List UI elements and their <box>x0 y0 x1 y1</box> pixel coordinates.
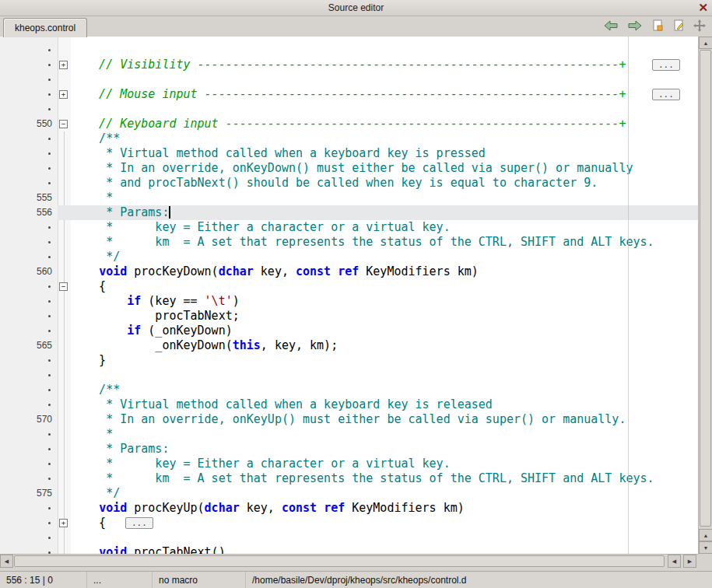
code-editor[interactable]: + // Visibility ------------------------… <box>0 37 698 554</box>
code-row[interactable] <box>0 43 698 58</box>
code-row[interactable]: * km = A set that represents the status … <box>0 235 698 250</box>
code-text: // Mouse input -------------------------… <box>71 87 698 102</box>
line-dot <box>0 294 58 309</box>
fold-cell <box>58 43 71 58</box>
scroll-left-icon[interactable]: ◀ <box>668 555 681 568</box>
code-row[interactable]: 556 * Params: <box>0 205 698 220</box>
fold-expand-icon[interactable]: + <box>59 61 68 69</box>
vertical-scrollbar[interactable]: ▲ ▲ ▼ <box>698 37 712 554</box>
code-row[interactable]: * In an override, onKeyDown() must eithe… <box>0 161 698 176</box>
code-row[interactable]: − { <box>0 279 698 294</box>
status-bar: 556 : 15 | 0 ... no macro /home/basile/D… <box>0 571 712 588</box>
fold-cell <box>58 486 71 501</box>
line-dot <box>0 102 58 117</box>
fold-collapse-icon[interactable]: − <box>59 120 68 128</box>
code-text: if (_onKeyDown) <box>71 324 698 338</box>
horizontal-scrollbar[interactable]: ◀ ◀ ▶ <box>0 554 698 568</box>
fold-cell <box>58 294 71 309</box>
tab-kheops-control[interactable]: kheops.control <box>3 18 87 37</box>
code-row[interactable]: void procKeyUp(dchar key, const ref KeyM… <box>0 501 698 516</box>
horizontal-scroll-thumb[interactable] <box>14 555 665 567</box>
code-row[interactable]: /** <box>0 131 698 146</box>
caret-position: 556 : 15 | 0 <box>0 572 87 588</box>
fold-cell <box>58 191 71 205</box>
code-row[interactable]: 560 void procKeyDown(dchar key, const re… <box>0 264 698 279</box>
code-row[interactable]: procTabNext; <box>0 309 698 324</box>
line-dot <box>0 353 58 368</box>
scroll-up-icon[interactable]: ▲ <box>699 529 712 541</box>
save-document-icon[interactable] <box>651 19 664 32</box>
code-row[interactable]: * Virtual method called when a keyboard … <box>0 397 698 412</box>
tab-bar: kheops.control <box>0 16 712 37</box>
scroll-right-icon[interactable]: ▶ <box>683 555 696 568</box>
code-text: * In an override, onKeyUp() must either … <box>71 412 698 427</box>
line-dot <box>0 220 58 235</box>
scrollbar-corner <box>698 554 712 568</box>
fold-cell <box>58 324 71 338</box>
code-row[interactable]: /** <box>0 383 698 397</box>
code-text: void procTabNext() <box>71 545 698 554</box>
scroll-left-icon[interactable]: ◀ <box>0 555 13 568</box>
code-row[interactable]: + {... <box>0 516 698 530</box>
code-text: * key = Either a character or a virtual … <box>71 220 698 235</box>
scroll-down-icon[interactable]: ▼ <box>699 541 712 554</box>
code-row[interactable]: * km = A set that represents the status … <box>0 471 698 486</box>
vertical-scroll-thumb[interactable] <box>700 50 711 527</box>
code-row[interactable]: */ <box>0 250 698 264</box>
code-row[interactable]: 550− // Keyboard input -----------------… <box>0 117 698 131</box>
line-dot <box>0 471 58 486</box>
code-row[interactable]: if (_onKeyDown) <box>0 324 698 338</box>
code-row[interactable] <box>0 72 698 87</box>
code-row[interactable] <box>0 368 698 383</box>
go-forward-icon[interactable] <box>627 19 643 32</box>
code-row[interactable]: * <box>0 427 698 442</box>
code-row[interactable]: * Params: <box>0 442 698 457</box>
code-text: } <box>71 353 698 368</box>
fold-cell: + <box>58 516 71 530</box>
fold-cell <box>58 457 71 471</box>
code-row[interactable]: } <box>0 353 698 368</box>
macro-status: no macro <box>153 572 246 588</box>
code-row[interactable]: 575 */ <box>0 486 698 501</box>
collapsed-code-box[interactable]: ... <box>125 517 153 529</box>
collapsed-code-box[interactable]: ... <box>652 89 680 100</box>
collapsed-code-box[interactable]: ... <box>652 59 680 71</box>
code-row[interactable]: * key = Either a character or a virtual … <box>0 220 698 235</box>
text-caret <box>169 206 170 219</box>
fold-expand-icon[interactable]: + <box>59 90 68 99</box>
fold-expand-icon[interactable]: + <box>59 519 68 527</box>
code-row[interactable]: 565 _onKeyDown(this, key, km); <box>0 338 698 353</box>
code-text: * Params: <box>71 442 698 457</box>
code-row[interactable]: 570 * In an override, onKeyUp() must eit… <box>0 412 698 427</box>
fold-cell <box>58 264 71 279</box>
fold-cell <box>58 427 71 442</box>
fold-cell <box>58 545 71 554</box>
code-row[interactable]: void procTabNext() <box>0 545 698 554</box>
code-text: * km = A set that represents the status … <box>71 235 698 250</box>
fold-collapse-icon[interactable]: − <box>59 282 68 291</box>
fold-cell <box>58 176 71 191</box>
file-path: /home/basile/Dev/dproj/kheops/src/kheops… <box>246 572 712 588</box>
fold-cell <box>58 383 71 397</box>
code-row[interactable] <box>0 530 698 545</box>
code-text: * <box>71 191 698 205</box>
code-text: * key = Either a character or a virtual … <box>71 457 698 471</box>
save-as-icon[interactable] <box>672 19 685 32</box>
fold-cell <box>58 235 71 250</box>
detach-editor-icon[interactable] <box>693 19 706 32</box>
code-text: if (key == '\t') <box>71 294 698 309</box>
code-row[interactable]: 555 * <box>0 191 698 205</box>
code-row[interactable]: if (key == '\t') <box>0 294 698 309</box>
code-row[interactable]: * and procTabNext() should be called whe… <box>0 176 698 191</box>
close-icon[interactable]: ✕ <box>698 2 708 13</box>
code-row[interactable] <box>0 102 698 117</box>
code-row[interactable]: + // Visibility ------------------------… <box>0 58 698 72</box>
go-back-icon[interactable] <box>603 19 619 32</box>
line-dot <box>0 383 58 397</box>
scroll-up-icon[interactable]: ▲ <box>699 37 712 49</box>
code-row[interactable]: + // Mouse input -----------------------… <box>0 87 698 102</box>
code-row[interactable]: * key = Either a character or a virtual … <box>0 457 698 471</box>
line-dot <box>0 43 58 58</box>
code-row[interactable]: * Virtual method called when a keyboard … <box>0 146 698 161</box>
line-dot <box>0 530 58 545</box>
